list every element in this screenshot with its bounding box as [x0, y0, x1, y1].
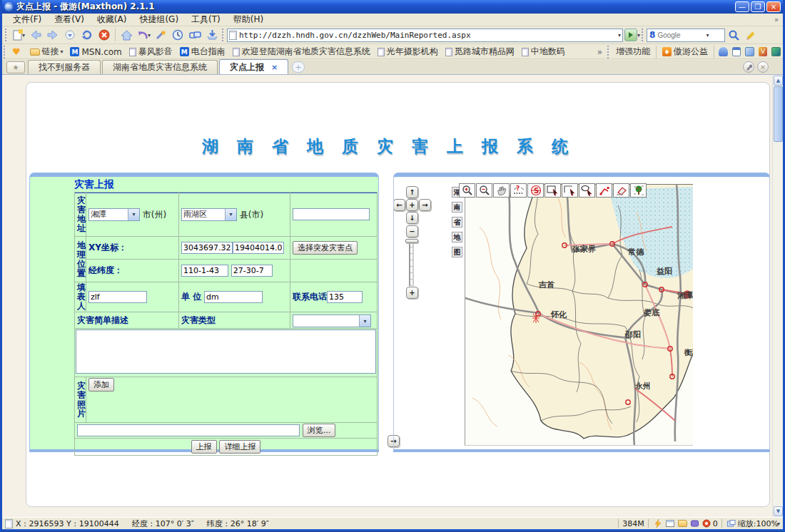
menu-tools[interactable]: 工具(T): [185, 13, 227, 26]
link-button[interactable]: [187, 28, 203, 43]
bookmark-photo-studio[interactable]: 光年摄影机构: [378, 46, 438, 58]
window-icon[interactable]: [732, 47, 741, 56]
history-dropdown-button[interactable]: [62, 28, 78, 43]
filler-name-input[interactable]: [88, 291, 147, 303]
plus-features-button[interactable]: 增强功能: [616, 46, 650, 58]
refresh-button[interactable]: [79, 28, 95, 43]
map-rect-deselect-button[interactable]: [562, 183, 578, 198]
toolbar-gripper[interactable]: [642, 29, 645, 41]
search-go-button[interactable]: [726, 28, 741, 43]
minimize-button[interactable]: —: [735, 1, 749, 12]
window-split-icon[interactable]: [666, 519, 675, 528]
bookmark-storm-player[interactable]: 暴风影音: [129, 46, 173, 58]
latitude-input[interactable]: [231, 265, 273, 277]
tab-close-icon[interactable]: ×: [271, 63, 278, 72]
zoom-level[interactable]: 缩放:100%: [738, 518, 779, 529]
menu-view[interactable]: 查看(V): [48, 13, 91, 26]
close-tab-round-button[interactable]: ×: [757, 61, 769, 73]
county-select[interactable]: 雨湖区▾: [181, 208, 237, 221]
notes-icon[interactable]: [745, 47, 754, 56]
map-polyline-button[interactable]: [596, 183, 612, 198]
bookmark-msn[interactable]: MMSN.com: [70, 47, 121, 57]
tab-disaster-report[interactable]: 灾点上报×: [219, 59, 288, 74]
search-input[interactable]: [657, 31, 707, 39]
disaster-type-select[interactable]: ▾: [293, 314, 371, 327]
bookmark-links-folder[interactable]: 链接 ▾: [30, 46, 64, 58]
home-button[interactable]: [118, 28, 134, 43]
user-icon[interactable]: [719, 47, 728, 56]
address-dropdown-arrow[interactable]: ▾: [618, 32, 621, 39]
longitude-input[interactable]: [181, 265, 228, 277]
go-dropdown-arrow[interactable]: ▾: [637, 32, 640, 39]
search-box[interactable]: 8 ▾: [647, 29, 725, 42]
submit-button[interactable]: 上报: [191, 440, 217, 454]
new-tab-plus-button[interactable]: +: [292, 61, 305, 73]
bookmark-radio-guide[interactable]: M电台指南: [180, 46, 226, 58]
maxthon-charity-button[interactable]: ♦傲游公益: [662, 46, 708, 58]
map-zoom-out-button[interactable]: [476, 183, 492, 198]
chevron-down-icon[interactable]: ▾: [128, 209, 139, 220]
chevron-down-icon[interactable]: ▾: [225, 209, 236, 220]
detail-submit-button[interactable]: 详细上报: [219, 440, 260, 454]
map-measure-button[interactable]: ?: [510, 183, 527, 198]
resize-grid-icon[interactable]: [727, 519, 736, 528]
map-pan-button[interactable]: [493, 183, 510, 198]
search-dropdown-arrow[interactable]: ▾: [706, 32, 709, 39]
zoom-dropdown-arrow[interactable]: ▾: [777, 521, 780, 527]
toolbar-gripper[interactable]: [222, 29, 226, 41]
forward-button[interactable]: [45, 28, 61, 43]
bookmarks-overflow[interactable]: »: [597, 47, 602, 57]
gem-icon[interactable]: [771, 47, 781, 56]
map-select-s-button[interactable]: S: [527, 183, 544, 198]
tab-server-not-found[interactable]: 找不到服务器: [28, 60, 101, 74]
close-button[interactable]: ×: [766, 1, 781, 12]
x-coordinate-input[interactable]: [181, 242, 233, 254]
y-coordinate-input[interactable]: [233, 242, 284, 254]
menu-help[interactable]: 帮助(H): [227, 13, 270, 26]
map-layers-tree-button[interactable]: [630, 183, 647, 198]
v-badge-icon[interactable]: V: [759, 47, 768, 56]
bookmark-city-boutique[interactable]: 觅路城市精品网: [445, 46, 515, 58]
browse-button[interactable]: 浏览...: [303, 424, 336, 437]
map-zoom-in-button[interactable]: [459, 183, 475, 198]
pick-disaster-point-button[interactable]: 选择突发灾害点: [293, 241, 358, 255]
content-scrollbar[interactable]: ▲ ▼: [772, 75, 783, 517]
scroll-down-button[interactable]: ▼: [774, 506, 783, 516]
go-button[interactable]: [624, 29, 637, 41]
bookmarks-gripper[interactable]: [4, 46, 7, 58]
tab-list-star-button[interactable]: ★: [6, 61, 25, 73]
download-button[interactable]: [204, 28, 220, 43]
history-clock-button[interactable]: [170, 28, 186, 43]
phone-input[interactable]: [327, 291, 363, 303]
add-photo-button[interactable]: 添加: [88, 378, 114, 392]
address-bar[interactable]: ▾: [227, 29, 623, 42]
undo-button[interactable]: ▾: [136, 28, 151, 43]
menu-file[interactable]: 文件(F): [6, 13, 48, 26]
map-canvas[interactable]: 张家界常德吉首益阳湘潭怀化娄底邵阳衡阳永州: [465, 184, 693, 446]
chevron-down-icon[interactable]: ▾: [359, 315, 370, 327]
tab-hunan-geohazard-info[interactable]: 湖南省地质灾害信息系统: [102, 60, 218, 74]
highlight-button[interactable]: [743, 28, 759, 43]
address-input[interactable]: [239, 31, 619, 40]
new-tab-button[interactable]: ▾: [11, 28, 26, 43]
restore-button[interactable]: ❐: [751, 1, 765, 12]
scroll-up-button[interactable]: ▲: [774, 76, 783, 86]
menu-overflow-chevron[interactable]: »: [774, 16, 779, 24]
magic-wand-button[interactable]: [153, 28, 168, 43]
unit-input[interactable]: [204, 291, 263, 303]
toolbar-gripper[interactable]: [5, 29, 9, 41]
tools-wrench-button[interactable]: [743, 61, 754, 73]
back-button[interactable]: [28, 28, 44, 43]
bookmark-hunan-geohazard[interactable]: 欢迎登陆湖南省地质灾害信息系统: [233, 46, 370, 58]
book-icon[interactable]: [690, 519, 699, 528]
menu-favorites[interactable]: 收藏(A): [91, 13, 133, 26]
description-textarea[interactable]: [76, 329, 376, 374]
boost-lightning-icon[interactable]: [654, 519, 663, 528]
map-circle-select-button[interactable]: [579, 183, 595, 198]
map-eraser-button[interactable]: [613, 183, 629, 198]
map-rect-select-button[interactable]: [545, 183, 561, 198]
popup-blocker-icon[interactable]: [702, 519, 711, 528]
photo-file-input[interactable]: [77, 424, 300, 436]
folder-status-icon[interactable]: [678, 519, 687, 528]
menu-groups[interactable]: 快捷组(G): [133, 13, 185, 26]
